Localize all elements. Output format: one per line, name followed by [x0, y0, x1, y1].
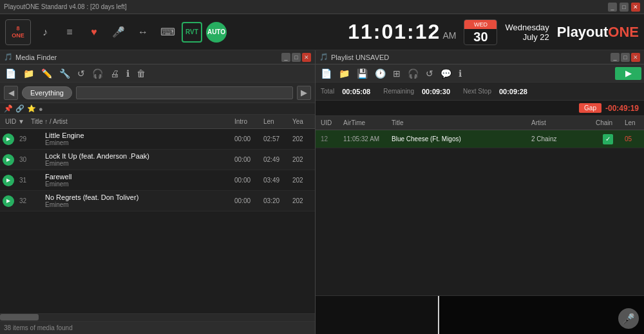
media-finder-panel: 🎵 Media Finder _ □ ✕ 📄 📁 ✏️ 🔧 ↺ 🎧 🖨 ℹ 🗑 … — [0, 50, 316, 334]
track-len: 02:49 — [261, 156, 290, 163]
media-finder-controls: _ □ ✕ — [281, 53, 311, 62]
track-icon: ▶ — [3, 154, 14, 166]
search-tags: 📌 🔗 ⭐ ● — [0, 103, 315, 115]
table-row[interactable]: ▶ 32 No Regrets (feat. Don Toliver) Emin… — [0, 191, 315, 211]
close-button[interactable]: ✕ — [631, 3, 640, 12]
pl-open-btn[interactable]: 📁 — [336, 67, 352, 80]
media-finder-titlebar: 🎵 Media Finder _ □ ✕ — [0, 50, 315, 64]
track-info: Farewell Eminem — [43, 173, 232, 188]
clock-area: 11:01:12 AM WED 30 Wednesday July 22 Pla… — [348, 19, 639, 45]
table-row[interactable]: ▶ 30 Lock It Up (feat. Anderson .Paak) E… — [0, 150, 315, 170]
horizontal-scrollbar[interactable] — [0, 313, 315, 321]
search-prev-btn[interactable]: ◀ — [4, 86, 18, 100]
calendar-date: 30 — [464, 29, 497, 44]
pl-new-btn[interactable]: 📄 — [318, 67, 334, 80]
track-artist: Eminem — [45, 181, 229, 188]
pl-close[interactable]: ✕ — [631, 53, 640, 62]
pl-track-len: 05 — [622, 135, 641, 142]
main-content: 🎵 Media Finder _ □ ✕ 📄 📁 ✏️ 🔧 ↺ 🎧 🖨 ℹ 🗑 … — [0, 50, 644, 334]
app-logo-text: 8ONE — [12, 25, 24, 39]
mf-print-btn[interactable]: 🖨 — [108, 67, 122, 80]
tag-circle-icon: ● — [39, 105, 43, 113]
mf-edit-btn[interactable]: ✏️ — [39, 67, 55, 80]
auto-button[interactable]: AUTO — [206, 22, 227, 43]
search-input[interactable] — [76, 86, 293, 99]
tag-star-icon: ⭐ — [27, 104, 36, 113]
pl-refresh-btn[interactable]: ↺ — [423, 67, 436, 80]
track-info: No Regrets (feat. Don Toliver) Eminem — [43, 193, 232, 208]
track-artist: Eminem — [45, 139, 229, 146]
table-footer: 38 items of media found — [0, 321, 315, 334]
music-icon-button[interactable]: ♪ — [35, 22, 55, 43]
mf-headphones-btn[interactable]: 🎧 — [90, 67, 106, 80]
pl-grid-btn[interactable]: ⊞ — [390, 67, 403, 80]
clock-display: 11:01:12 AM — [348, 20, 456, 44]
track-year: 202 — [290, 177, 312, 184]
col-uid[interactable]: UID ▼ — [3, 118, 28, 125]
minimize-button[interactable]: _ — [608, 3, 617, 12]
pl-clock-btn[interactable]: 🕐 — [372, 67, 388, 80]
gap-button[interactable]: Gap — [579, 103, 601, 113]
track-len: 03:20 — [261, 197, 290, 204]
col-year[interactable]: Yea — [290, 118, 312, 125]
pl-col-chain: Chain — [593, 119, 622, 126]
mf-maximize[interactable]: □ — [292, 53, 301, 62]
mf-tools-btn[interactable]: 🔧 — [57, 67, 73, 80]
rvt-button[interactable]: RVT — [182, 22, 202, 43]
track-len: 02:57 — [261, 135, 290, 142]
track-title: Lock It Up (feat. Anderson .Paak) — [45, 152, 229, 160]
keyboard-icon-button[interactable]: ⌨ — [157, 22, 178, 43]
list-icon-button[interactable]: ≡ — [59, 22, 80, 43]
pl-chat-btn[interactable]: 💬 — [438, 67, 454, 80]
pl-info-btn[interactable]: ℹ — [456, 67, 464, 80]
media-table: UID ▼ Title ↑ / Artist Intro Len Yea ▶ 2… — [0, 115, 315, 334]
calendar-widget: WED 30 — [464, 19, 497, 45]
heart-icon-button[interactable]: ♥ — [84, 22, 104, 43]
search-category-btn[interactable]: Everything — [22, 86, 72, 99]
play-button[interactable]: ▶ — [615, 67, 641, 80]
mf-open-btn[interactable]: 📁 — [21, 67, 37, 80]
track-artist: Eminem — [45, 201, 229, 208]
pl-headphones-btn[interactable]: 🎧 — [405, 67, 421, 80]
scrollbar-thumb[interactable] — [0, 314, 39, 320]
mf-close[interactable]: ✕ — [302, 53, 311, 62]
pl-minimize[interactable]: _ — [611, 53, 620, 62]
mf-new-btn[interactable]: 📄 — [3, 67, 19, 80]
track-icon: ▶ — [3, 133, 14, 145]
table-body: ▶ 29 Little Engine Eminem 00:00 02:57 20… — [0, 129, 315, 313]
pl-row[interactable]: 12 11:05:32 AM Blue Cheese (Ft. Migos) 2… — [316, 130, 644, 148]
table-row[interactable]: ▶ 29 Little Engine Eminem 00:00 02:57 20… — [0, 129, 315, 150]
swap-icon-button[interactable]: ↔ — [133, 22, 153, 43]
pl-maximize[interactable]: □ — [621, 53, 630, 62]
col-title[interactable]: Title ↑ / Artist — [28, 118, 232, 125]
media-finder-toolbar: 📄 📁 ✏️ 🔧 ↺ 🎧 🖨 ℹ 🗑 — [0, 64, 315, 83]
mf-minimize[interactable]: _ — [281, 53, 290, 62]
track-year: 202 — [290, 197, 312, 204]
maximize-button[interactable]: □ — [620, 3, 629, 12]
pl-save-btn[interactable]: 💾 — [354, 67, 370, 80]
track-len: 03:49 — [261, 177, 290, 184]
track-icon: ▶ — [3, 195, 14, 207]
media-finder-title: 🎵 Media Finder — [4, 53, 57, 61]
track-intro: 00:00 — [232, 197, 261, 204]
table-row[interactable]: ▶ 31 Farewell Eminem 00:00 03:49 202 — [0, 170, 315, 191]
mf-refresh-btn[interactable]: ↺ — [75, 67, 88, 80]
track-uid: 32 — [17, 197, 43, 204]
playlist-controls: _ □ ✕ — [611, 53, 640, 62]
clock-time: 11:01:12 — [348, 20, 440, 43]
track-intro: 00:00 — [232, 156, 261, 163]
playlist-panel: 🎵 Playlist UNSAVED _ □ ✕ 📄 📁 💾 🕐 ⊞ 🎧 ↺ 💬… — [316, 50, 644, 334]
mic-button[interactable]: 🎤 — [618, 308, 639, 329]
calendar-day: WED — [464, 20, 497, 29]
tag-link-icon: 🔗 — [15, 104, 24, 113]
mf-info-btn[interactable]: ℹ — [124, 67, 132, 80]
mic-icon-button[interactable]: 🎤 — [108, 22, 129, 43]
col-intro[interactable]: Intro — [232, 118, 261, 125]
mf-delete-btn[interactable]: 🗑 — [134, 67, 148, 80]
clock-ampm: AM — [442, 30, 456, 41]
track-uid: 31 — [17, 177, 43, 184]
search-next-btn[interactable]: ▶ — [297, 86, 311, 100]
col-len[interactable]: Len — [261, 118, 290, 125]
pl-col-artist: Artist — [529, 119, 593, 126]
pl-track-airtime: 11:05:32 AM — [341, 135, 389, 142]
